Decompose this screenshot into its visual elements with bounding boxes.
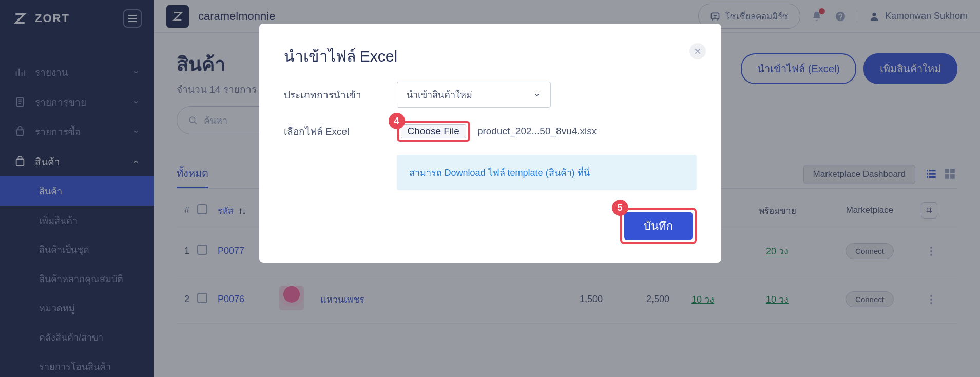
save-button[interactable]: บันทึก [624, 212, 693, 240]
download-template-link[interactable]: สามารถ Download ไฟล์ template (สินค้า) ท… [409, 168, 590, 178]
save-highlight: 5 บันทึก [620, 208, 697, 244]
choose-file-label: เลือกไฟล์ Excel [284, 124, 397, 139]
callout-badge-4: 4 [389, 113, 405, 129]
download-template-box: สามารถ Download ไฟล์ template (สินค้า) ท… [397, 155, 697, 190]
import-type-select[interactable]: นำเข้าสินค้าใหม่ [397, 82, 551, 108]
import-type-label: ประเภทการนำเข้า [284, 87, 397, 103]
modal-overlay: นำเข้าไฟล์ Excel ประเภทการนำเข้า นำเข้าส… [0, 0, 980, 377]
choose-file-button[interactable]: Choose File [401, 124, 466, 138]
chevron-down-icon [533, 91, 541, 99]
select-value: นำเข้าสินค้าใหม่ [407, 87, 472, 102]
selected-file-name: product_202...50_8vu4.xlsx [477, 126, 597, 137]
modal-title: นำเข้าไฟล์ Excel [284, 44, 697, 68]
choose-file-highlight: 4 Choose File [397, 121, 470, 142]
close-icon[interactable] [689, 43, 706, 59]
callout-badge-5: 5 [612, 200, 628, 216]
import-excel-modal: นำเข้าไฟล์ Excel ประเภทการนำเข้า นำเข้าส… [259, 24, 721, 263]
